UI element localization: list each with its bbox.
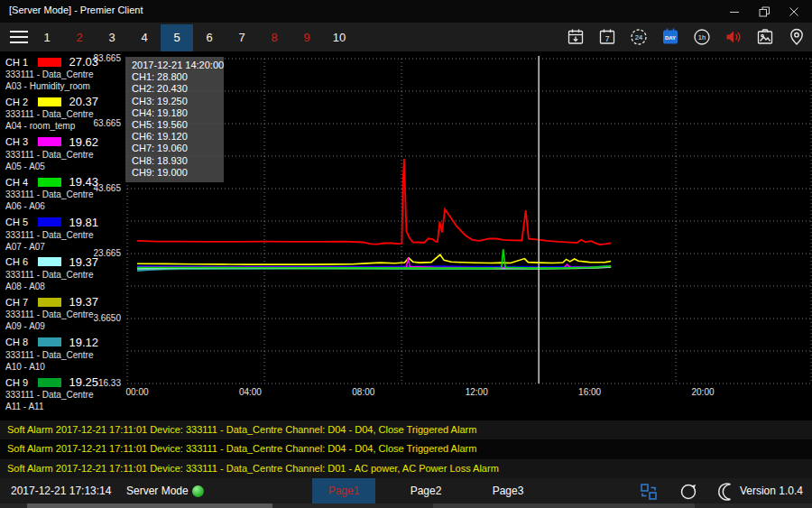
channel-color-swatch <box>38 217 61 226</box>
channel-sensor: A05 - A05 <box>0 161 124 172</box>
minimize-icon <box>726 4 743 20</box>
x-axis-labels: 00:0004:0008:0012:0016:0020:00 <box>124 387 812 400</box>
toolbar-tab-9[interactable]: 9 <box>291 24 323 51</box>
channel-device: 333111 - Data_Centre <box>0 349 124 361</box>
connection-led-indicator <box>192 485 204 497</box>
channel-item[interactable]: CH 3 19.62 333111 - Data_Centre A05 - A0… <box>0 133 124 172</box>
svg-text:1h: 1h <box>698 33 706 42</box>
toolbar-tab-6[interactable]: 6 <box>193 24 226 51</box>
toolbar-tab-4[interactable]: 4 <box>128 24 161 51</box>
toolbar-tab-5[interactable]: 5 <box>161 24 193 51</box>
toolbar-tab-7[interactable]: 7 <box>226 24 258 51</box>
snapshot-icon[interactable] <box>755 27 775 47</box>
y-axis-tick: -16.33 <box>96 378 121 388</box>
y-axis-tick: 63.665 <box>93 118 121 128</box>
statusbar-icons <box>639 482 738 502</box>
channel-device: 333111 - Data_Centre <box>0 229 124 241</box>
channel-sensor: A03 - Humidity_room <box>0 80 124 92</box>
channel-value: 19.25 <box>69 375 98 389</box>
page-number-tabs: 12345678910 <box>31 24 355 51</box>
title-bar: [Server Mode] - Premier Client <box>0 0 812 23</box>
sync-icon[interactable] <box>678 482 698 502</box>
channel-value: 19.37 <box>69 295 98 309</box>
channel-name: CH 2 <box>0 97 34 107</box>
minimize-button[interactable] <box>719 0 749 23</box>
hour-1h-icon[interactable]: 1h <box>692 27 712 47</box>
tooltip-channel-value: CH4: 19.180 <box>132 107 224 119</box>
alarm-row[interactable]: Soft Alarm 2017-12-21 17:11:01 Device: 3… <box>0 420 812 439</box>
calendar-day-icon[interactable]: DAY <box>660 27 680 47</box>
channel-list: CH 1 27.03 333111 - Data_Centre A03 - Hu… <box>0 52 124 413</box>
alarm-row[interactable]: Soft Alarm 2017-12-21 17:11:01 Device: 3… <box>0 439 812 458</box>
y-axis-tick: 43.665 <box>93 183 121 193</box>
channel-device: 333111 - Data_Centre <box>0 69 124 80</box>
channel-device: 333111 - Data_Centre <box>0 269 124 281</box>
x-axis-tick: 16:00 <box>574 387 606 397</box>
y-axis-tick: 83.665 <box>93 53 121 63</box>
channel-sensor: A10 - A10 <box>0 361 124 373</box>
tooltip-channel-value: CH2: 20.430 <box>132 83 224 95</box>
toolbar-tab-8[interactable]: 8 <box>258 24 291 51</box>
channel-color-swatch <box>38 337 61 346</box>
svg-text:24: 24 <box>635 33 642 42</box>
restore-icon <box>756 4 772 20</box>
maximize-button[interactable] <box>749 0 779 23</box>
statusbar-tab-page3[interactable]: Page3 <box>476 478 540 503</box>
channel-value: 19.12 <box>69 336 98 349</box>
channel-name: CH 6 <box>0 256 34 267</box>
window-title: [Server Mode] - Premier Client <box>9 5 143 15</box>
channel-item[interactable]: CH 8 19.12 333111 - Data_Centre A10 - A1… <box>0 333 124 373</box>
channel-sensor: A08 - A08 <box>0 281 124 292</box>
chart-line-ch4 <box>137 249 611 268</box>
channel-name: CH 3 <box>0 136 34 147</box>
scrollbar-thumb[interactable] <box>27 503 272 508</box>
trend-chart <box>124 54 812 388</box>
y-axis-tick: 23.665 <box>93 248 121 258</box>
channel-item[interactable]: CH 5 19.81 333111 - Data_Centre A07 - A0… <box>0 213 124 253</box>
menu-button[interactable] <box>8 27 30 47</box>
tooltip-channel-value: CH7: 19.060 <box>132 143 224 154</box>
speaker-icon[interactable] <box>724 27 743 47</box>
toolbar-tab-3[interactable]: 3 <box>96 24 128 51</box>
channel-value: 20.37 <box>69 95 98 108</box>
hamburger-icon <box>8 27 30 47</box>
channel-item[interactable]: CH 6 19.37 333111 - Data_Centre A08 - A0… <box>0 253 124 292</box>
statusbar-tab-page2[interactable]: Page2 <box>394 478 457 503</box>
channel-color-swatch <box>38 257 61 266</box>
toolbar-tab-1[interactable]: 1 <box>31 24 63 51</box>
scrollbar-segment <box>433 503 695 508</box>
page-tabs: Page1Page2Page3 <box>312 478 558 503</box>
channel-value: 19.81 <box>69 216 98 229</box>
channel-device: 333111 - Data_Centre <box>0 389 124 401</box>
toolbar-icons: 724DAY1h <box>566 27 807 47</box>
channel-sensor: A06 - A06 <box>0 200 124 212</box>
app-window: { "window": {"title": "[Server Mode] - P… <box>0 0 812 508</box>
channel-value: 19.62 <box>69 135 98 149</box>
location-pin-icon[interactable] <box>787 27 807 47</box>
statusbar-tab-page1[interactable]: Page1 <box>312 478 375 503</box>
close-button[interactable] <box>779 0 808 23</box>
toolbar-tab-10[interactable]: 10 <box>323 24 355 51</box>
calendar-export-icon[interactable] <box>566 27 586 47</box>
x-axis-tick: 04:00 <box>234 387 266 397</box>
chart-plot-area[interactable] <box>124 54 812 388</box>
window-controls <box>719 0 808 23</box>
layout-switch-icon[interactable] <box>639 482 659 502</box>
tooltip-channel-value: CH6: 19.120 <box>132 131 224 143</box>
alarm-list: Soft Alarm 2017-12-21 17:11:01 Device: 3… <box>0 420 812 478</box>
channel-name: CH 5 <box>0 217 34 227</box>
moon-icon[interactable] <box>718 482 738 502</box>
channel-color-swatch <box>38 58 61 67</box>
calendar-week-icon[interactable]: 7 <box>597 27 617 47</box>
channel-name: CH 7 <box>0 297 34 308</box>
tooltip-channel-value: CH3: 19.250 <box>132 96 224 107</box>
channel-name: CH 4 <box>0 177 34 188</box>
horizontal-scrollbar[interactable] <box>0 503 812 508</box>
alarm-row[interactable]: Soft Alarm 2017-12-21 17:11:01 Device: 3… <box>0 459 812 478</box>
status-timestamp: 2017-12-21 17:13:14 <box>11 485 111 497</box>
channel-device: 333111 - Data_Centre <box>0 149 124 161</box>
toolbar-tab-2[interactable]: 2 <box>63 24 96 51</box>
channel-color-swatch <box>38 97 61 106</box>
hours-24-icon[interactable]: 24 <box>629 27 649 47</box>
close-icon <box>786 4 802 20</box>
